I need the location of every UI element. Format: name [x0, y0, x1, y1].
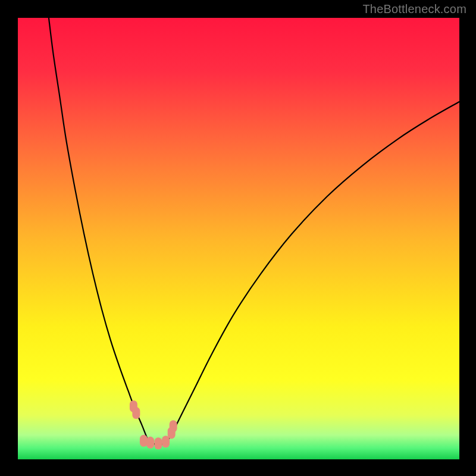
data-marker	[170, 420, 177, 432]
data-marker	[154, 437, 162, 449]
watermark-text: TheBottleneck.com	[362, 2, 466, 16]
gradient-background	[18, 18, 459, 459]
data-marker	[132, 407, 140, 419]
chart-svg	[18, 18, 459, 459]
data-marker	[146, 437, 154, 449]
data-marker	[162, 436, 170, 447]
data-marker	[140, 435, 148, 447]
chart-frame: TheBottleneck.com	[0, 0, 476, 476]
plot-area	[18, 18, 459, 459]
